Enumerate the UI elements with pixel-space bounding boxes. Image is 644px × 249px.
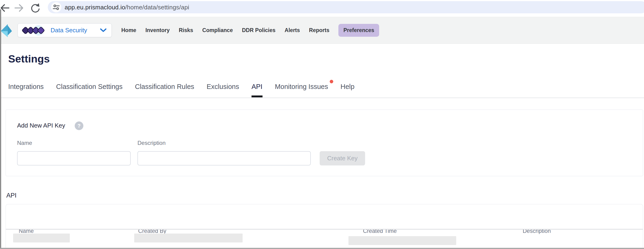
forward-icon[interactable] [14,2,26,14]
api-table-title: API [6,192,17,199]
data-security-diamonds-icon [22,25,48,36]
nav-item-preferences[interactable]: Preferences [338,24,379,37]
app-navbar: Data Security Home Inventory Risks Compl… [0,17,644,44]
tab-classification-rules[interactable]: Classification Rules [135,81,194,97]
url-bar[interactable]: app.eu.prismacloud.io/home/data/settings… [48,1,644,13]
window-bottom-edge [0,248,644,249]
nav-item-ddr-policies[interactable]: DDR Policies [242,27,276,33]
name-input[interactable] [17,151,131,165]
back-icon[interactable] [0,2,10,14]
page-title: Settings [8,53,50,65]
chevron-down-icon [100,28,107,33]
nav-item-risks[interactable]: Risks [179,27,193,33]
site-settings-button[interactable] [51,2,61,12]
create-key-button[interactable]: Create Key [320,151,365,165]
url-path: /home/data/settings/api [125,4,189,11]
tab-help[interactable]: Help [340,81,354,97]
loading-placeholder [13,234,70,243]
tabs-divider [1,98,644,98]
tab-monitoring-issues[interactable]: Monitoring Issues [275,81,328,97]
tab-monitoring-issues-label: Monitoring Issues [275,83,328,90]
tab-api[interactable]: API [252,81,262,97]
description-input[interactable] [138,151,311,165]
tune-icon [52,4,60,11]
nav-item-alerts[interactable]: Alerts [284,27,300,33]
window-left-edge [0,9,1,249]
nav-item-reports[interactable]: Reports [309,27,330,33]
tab-classification-settings[interactable]: Classification Settings [56,81,123,97]
loading-placeholder [348,236,456,245]
alert-dot-badge [330,80,333,83]
browser-window: app.eu.prismacloud.io/home/data/settings… [0,0,644,249]
browser-toolbar: app.eu.prismacloud.io/home/data/settings… [0,0,644,17]
loading-placeholder [134,234,242,243]
nav-item-home[interactable]: Home [121,27,136,33]
tab-exclusions[interactable]: Exclusions [206,81,239,97]
prisma-cloud-logo [0,23,13,38]
url-text[interactable]: app.eu.prismacloud.io/home/data/settings… [65,4,189,11]
name-field-label: Name [17,140,32,146]
table-header-divider [6,229,643,230]
description-field-label: Description [138,140,166,146]
api-table-card: Name Created By Created Time Description [6,204,643,249]
nav-item-compliance[interactable]: Compliance [202,27,233,33]
add-api-key-title: Add New API Key [17,122,65,129]
tab-integrations[interactable]: Integrations [8,81,44,97]
url-domain: app.eu.prismacloud.io [65,4,125,11]
nav-links: Home Inventory Risks Compliance DDR Poli… [121,17,379,43]
product-selector-label: Data Security [50,27,87,34]
nav-item-inventory[interactable]: Inventory [146,27,170,33]
reload-icon[interactable] [30,2,41,13]
settings-tabs: Integrations Classification Settings Cla… [8,81,354,97]
product-selector[interactable]: Data Security [18,23,112,37]
help-icon[interactable]: ? [75,121,83,130]
add-api-key-card: Add New API Key ? Name Description Creat… [6,110,643,176]
